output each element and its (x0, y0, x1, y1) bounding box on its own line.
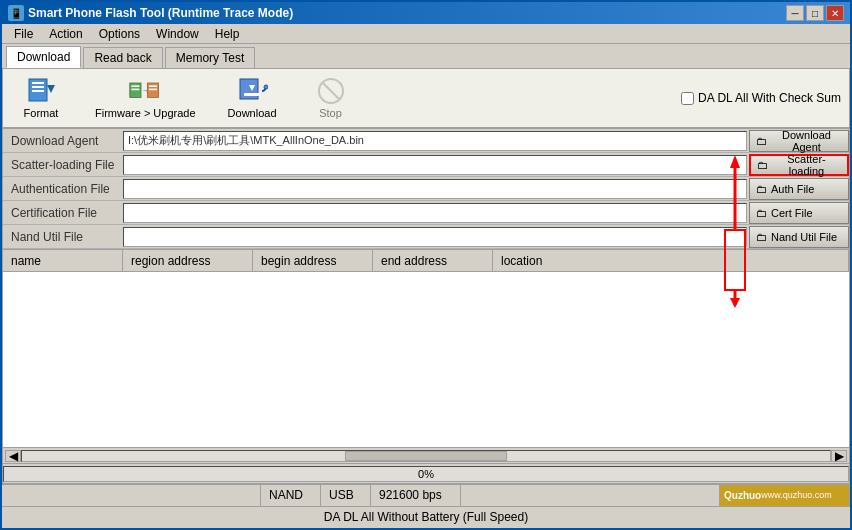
statusbar: NAND USB 921600 bps Quzhuo www.quzhuo.co… (2, 484, 850, 528)
firmware-icon: → (129, 77, 161, 105)
firmware-upgrade-button[interactable]: → Firmware > Upgrade (87, 73, 204, 123)
download-agent-input[interactable] (123, 131, 747, 151)
nand-util-button[interactable]: 🗀 Nand Util File (749, 226, 849, 248)
checksum-text: DA DL All With Check Sum (698, 91, 841, 105)
checksum-label[interactable]: DA DL All With Check Sum (681, 91, 841, 105)
checksum-checkbox[interactable] (681, 92, 694, 105)
svg-rect-14 (244, 93, 260, 96)
title-bar: 📱 Smart Phone Flash Tool (Runtime Trace … (2, 2, 850, 24)
svg-rect-11 (149, 89, 157, 91)
download-label: Download (228, 107, 277, 119)
auth-file-button[interactable]: 🗀 Auth File (749, 178, 849, 200)
stop-icon (315, 77, 347, 105)
svg-rect-1 (32, 82, 44, 84)
col-header-end: end address (373, 250, 493, 271)
scatter-loading-input[interactable] (123, 155, 747, 175)
menu-action[interactable]: Action (41, 25, 90, 43)
svg-point-15 (264, 85, 268, 89)
tab-memorytest[interactable]: Memory Test (165, 47, 255, 68)
stop-label: Stop (319, 107, 342, 119)
menu-file[interactable]: File (6, 25, 41, 43)
tab-readback[interactable]: Read back (83, 47, 162, 68)
download-agent-row: Download Agent 🗀 Download Agent (3, 129, 849, 153)
nand-util-label: Nand Util File (3, 230, 123, 244)
download-button[interactable]: Download (220, 73, 285, 123)
table-header: name region address begin address end ad… (3, 250, 849, 272)
scatter-loading-btn-label: Scatter-loading (772, 153, 841, 177)
auth-file-label: Authentication File (3, 182, 123, 196)
cert-file-button[interactable]: 🗀 Cert File (749, 202, 849, 224)
firmware-label: Firmware > Upgrade (95, 107, 196, 119)
file-rows: Download Agent 🗀 Download Agent Scatter-… (3, 129, 849, 249)
folder-icon-3: 🗀 (756, 183, 767, 195)
progress-area: 0% (3, 463, 849, 483)
cert-file-btn-label: Cert File (771, 207, 813, 219)
scatter-loading-row: Scatter-loading File 🗀 Scatter-loading (3, 153, 849, 177)
scrollbar-right-button[interactable]: ▶ (831, 450, 847, 462)
svg-rect-7 (132, 89, 140, 91)
format-icon (25, 77, 57, 105)
folder-icon: 🗀 (756, 135, 767, 147)
app-icon: 📱 (8, 5, 24, 21)
watermark-line1: Quzhuo (724, 490, 761, 501)
nand-util-input[interactable] (123, 227, 747, 247)
col-header-location: location (493, 250, 849, 271)
maximize-button[interactable]: □ (806, 5, 824, 21)
svg-marker-4 (47, 85, 55, 93)
menu-window[interactable]: Window (148, 25, 207, 43)
auth-file-input[interactable] (123, 179, 747, 199)
scatter-loading-button[interactable]: 🗀 Scatter-loading (749, 154, 849, 176)
watermark-cell: Quzhuo www.quzhuo.com (720, 485, 850, 506)
statusbar-top: NAND USB 921600 bps Quzhuo www.quzhuo.co… (2, 485, 850, 507)
main-content: Download Agent 🗀 Download Agent Scatter-… (2, 128, 850, 484)
download-agent-label: Download Agent (3, 134, 123, 148)
scrollbar-area: ◀ ▶ (3, 447, 849, 463)
svg-line-17 (323, 83, 339, 99)
toolbar: Format → Firmware > Upgrade (2, 68, 850, 128)
status-cell-nand: NAND (261, 485, 321, 506)
progress-bar-container: 0% (3, 466, 849, 482)
auth-file-row: Authentication File 🗀 Auth File (3, 177, 849, 201)
progress-text: 0% (418, 468, 434, 480)
minimize-button[interactable]: ─ (786, 5, 804, 21)
menubar: File Action Options Window Help (2, 24, 850, 44)
menu-options[interactable]: Options (91, 25, 148, 43)
close-button[interactable]: ✕ (826, 5, 844, 21)
watermark-line2: www.quzhuo.com (761, 490, 832, 500)
format-label: Format (24, 107, 59, 119)
window-title: Smart Phone Flash Tool (Runtime Trace Mo… (28, 6, 293, 20)
svg-rect-10 (149, 85, 157, 87)
cert-file-label: Certification File (3, 206, 123, 220)
cert-file-input[interactable] (123, 203, 747, 223)
format-button[interactable]: Format (11, 73, 71, 123)
scrollbar-left-button[interactable]: ◀ (5, 450, 21, 462)
tab-download[interactable]: Download (6, 46, 81, 68)
status-cell-empty1 (2, 485, 261, 506)
col-header-name: name (3, 250, 123, 271)
scatter-loading-label: Scatter-loading File (3, 158, 123, 172)
table-area: name region address begin address end ad… (3, 249, 849, 447)
table-body (3, 272, 849, 447)
nand-util-row: Nand Util File 🗀 Nand Util File (3, 225, 849, 249)
folder-icon-2: 🗀 (757, 159, 768, 171)
nand-util-btn-label: Nand Util File (771, 231, 837, 243)
folder-icon-5: 🗀 (756, 231, 767, 243)
scrollbar-label (22, 451, 830, 461)
status-cell-baudrate: 921600 bps (371, 485, 461, 506)
statusbar-bottom: DA DL All Without Battery (Full Speed) (2, 507, 850, 528)
stop-button[interactable]: Stop (301, 73, 361, 123)
status-cell-empty2 (461, 485, 720, 506)
cert-file-row: Certification File 🗀 Cert File (3, 201, 849, 225)
folder-icon-4: 🗀 (756, 207, 767, 219)
menu-help[interactable]: Help (207, 25, 248, 43)
download-agent-btn-label: Download Agent (771, 129, 842, 153)
col-header-region: region address (123, 250, 253, 271)
tabs-bar: Download Read back Memory Test (2, 44, 850, 68)
download-agent-button[interactable]: 🗀 Download Agent (749, 130, 849, 152)
scrollbar-track[interactable] (21, 450, 831, 462)
col-header-begin: begin address (253, 250, 373, 271)
status-message: DA DL All Without Battery (Full Speed) (324, 510, 528, 524)
svg-rect-2 (32, 86, 44, 88)
status-cell-usb: USB (321, 485, 371, 506)
title-controls: ─ □ ✕ (786, 5, 844, 21)
